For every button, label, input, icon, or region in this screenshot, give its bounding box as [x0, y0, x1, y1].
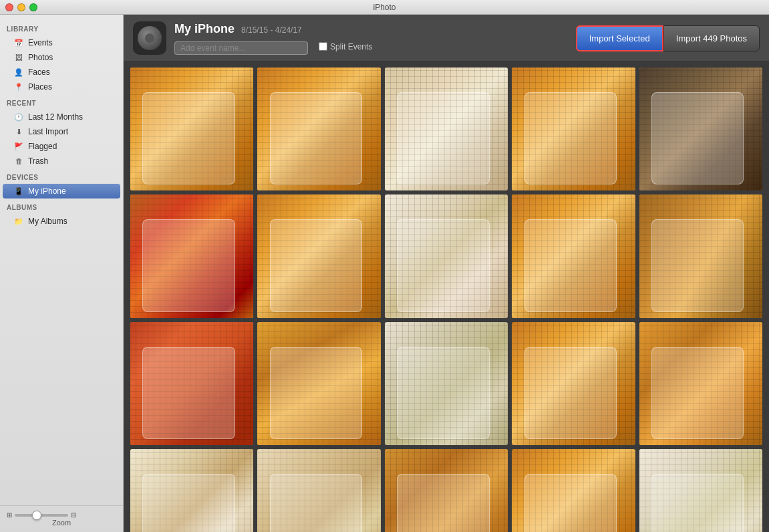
- photo-cell-4[interactable]: [512, 68, 635, 190]
- sidebar-item-lastimport-label: Last Import: [28, 127, 68, 136]
- photo-cell-20[interactable]: [639, 449, 762, 532]
- event-name-input[interactable]: [174, 41, 308, 55]
- sidebar-item-flagged-label: Flagged: [28, 142, 57, 151]
- photos-icon: 🖼: [13, 52, 24, 63]
- split-events-checkbox[interactable]: [319, 42, 327, 51]
- minimize-button[interactable]: [17, 3, 25, 11]
- device-date: 8/15/15 - 4/24/17: [241, 25, 302, 35]
- import-selected-button[interactable]: Import Selected: [576, 25, 663, 51]
- albums-section-header: ALBUMS: [0, 198, 123, 214]
- faces-icon: 👤: [13, 67, 24, 78]
- events-icon: 📅: [13, 37, 24, 48]
- photo-cell-8[interactable]: [385, 194, 508, 317]
- photo-cell-7[interactable]: [257, 194, 380, 317]
- sidebar-item-places-label: Places: [28, 82, 52, 92]
- photo-cell-5[interactable]: [639, 68, 762, 190]
- zoom-label: Zoom: [7, 519, 116, 527]
- window-controls: [5, 3, 37, 11]
- device-icon: [138, 26, 162, 50]
- import-buttons: Import Selected Import 449 Photos: [576, 25, 760, 51]
- sidebar-item-iphone-label: My iPhone: [28, 186, 66, 196]
- sidebar-item-faces[interactable]: 👤 Faces: [3, 65, 120, 80]
- device-name: My iPhone: [174, 22, 235, 36]
- zoom-slider[interactable]: [15, 514, 68, 517]
- app-title: iPhoto: [373, 3, 396, 12]
- device-icon-wrap: [133, 21, 166, 55]
- places-icon: 📍: [13, 82, 24, 92]
- sidebar-item-events-label: Events: [28, 38, 53, 47]
- photo-cell-19[interactable]: [512, 449, 635, 532]
- photo-cell-18[interactable]: [385, 449, 508, 532]
- sidebar-item-faces-label: Faces: [28, 68, 50, 77]
- photo-cell-11[interactable]: [130, 322, 253, 445]
- photo-cell-16[interactable]: [130, 449, 253, 532]
- import-header: My iPhone 8/15/15 - 4/24/17 Split Events…: [124, 15, 769, 62]
- content-area: My iPhone 8/15/15 - 4/24/17 Split Events…: [124, 15, 769, 532]
- sidebar-item-photos[interactable]: 🖼 Photos: [3, 50, 120, 65]
- iphone-icon: 📱: [13, 186, 24, 196]
- sidebar-item-last12-label: Last 12 Months: [28, 112, 83, 122]
- sidebar-item-lastimport[interactable]: ⬇ Last Import: [3, 124, 120, 139]
- albums-icon: 📁: [13, 216, 24, 227]
- photo-cell-2[interactable]: [257, 68, 380, 190]
- maximize-button[interactable]: [29, 3, 37, 11]
- photo-cell-1[interactable]: [130, 68, 253, 190]
- sidebar-item-myiphone[interactable]: 📱 My iPhone: [3, 184, 120, 198]
- photo-cell-14[interactable]: [512, 322, 635, 445]
- photo-cell-6[interactable]: [130, 194, 253, 317]
- sidebar-item-trash[interactable]: 🗑 Trash: [3, 154, 120, 168]
- lastimport-icon: ⬇: [13, 126, 24, 137]
- photo-cell-17[interactable]: [257, 449, 380, 532]
- photo-grid-container[interactable]: [124, 62, 769, 532]
- photo-cell-13[interactable]: [385, 322, 508, 445]
- titlebar: iPhoto: [0, 0, 769, 15]
- zoom-large-icon: ⊟: [71, 511, 76, 519]
- photo-cell-12[interactable]: [257, 322, 380, 445]
- sidebar-item-events[interactable]: 📅 Events: [3, 35, 120, 50]
- close-button[interactable]: [5, 3, 13, 11]
- zoom-small-icon: ⊞: [7, 511, 12, 519]
- devices-section-header: DEVICES: [0, 168, 123, 184]
- sidebar-item-places[interactable]: 📍 Places: [3, 80, 120, 94]
- sidebar-item-myalbums[interactable]: 📁 My Albums: [3, 214, 120, 229]
- last12-icon: 🕐: [13, 112, 24, 122]
- photo-cell-9[interactable]: [512, 194, 635, 317]
- sidebar-item-trash-label: Trash: [28, 156, 48, 166]
- photo-cell-15[interactable]: [639, 322, 762, 445]
- photo-cell-10[interactable]: [639, 194, 762, 317]
- import-all-button[interactable]: Import 449 Photos: [663, 25, 760, 51]
- device-name-block: My iPhone 8/15/15 - 4/24/17 Split Events: [174, 22, 568, 55]
- sidebar-item-flagged[interactable]: 🚩 Flagged: [3, 139, 120, 154]
- trash-icon: 🗑: [13, 156, 24, 166]
- sidebar-item-albums-label: My Albums: [28, 217, 67, 226]
- photo-cell-3[interactable]: [385, 68, 508, 190]
- sidebar-item-last12months[interactable]: 🕐 Last 12 Months: [3, 110, 120, 124]
- library-section-header: LIBRARY: [0, 20, 123, 35]
- sidebar: LIBRARY 📅 Events 🖼 Photos 👤 Faces 📍 Plac…: [0, 15, 124, 532]
- split-events-label: Split Events: [330, 42, 372, 51]
- flagged-icon: 🚩: [13, 141, 24, 152]
- zoom-controls: ⊞ ⊟ Zoom: [0, 505, 123, 532]
- sidebar-item-photos-label: Photos: [28, 53, 53, 62]
- recent-section-header: RECENT: [0, 94, 123, 110]
- photo-grid: [130, 68, 762, 532]
- main-container: LIBRARY 📅 Events 🖼 Photos 👤 Faces 📍 Plac…: [0, 15, 769, 532]
